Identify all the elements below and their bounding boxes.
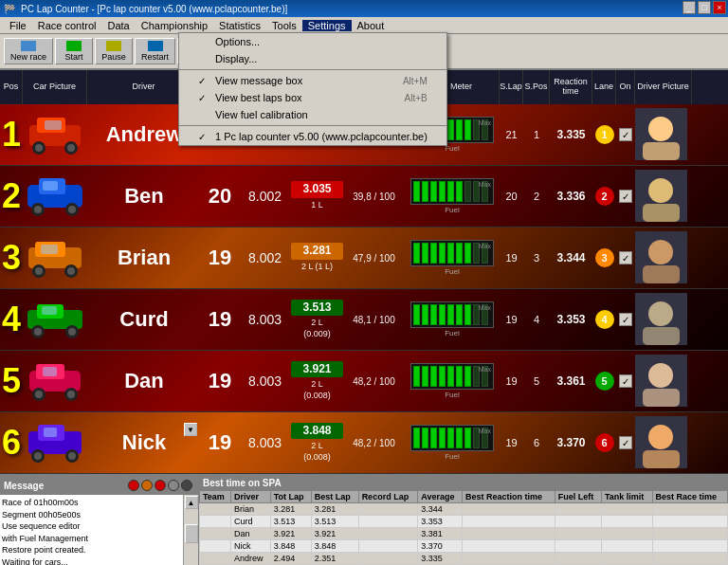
lane-badge: 1 (595, 125, 614, 144)
fuel-used: 3.921 2 L(0.008) (291, 361, 343, 402)
car-picture (23, 230, 87, 285)
fuel-seg (413, 181, 420, 202)
minimize-button[interactable]: _ (682, 1, 696, 14)
fuel-seg (464, 119, 471, 140)
menu-recent-1[interactable]: ✓ 1 Pc lap counter v5.00 (www.pclapcount… (179, 128, 446, 145)
on-checkbox[interactable]: ✓ (619, 128, 632, 141)
fuel-seg (447, 428, 454, 448)
menu-tools[interactable]: Tools (266, 20, 302, 31)
restart-button[interactable]: Restart (135, 38, 175, 64)
svg-rect-17 (43, 181, 58, 191)
laps-count: 19 (201, 246, 239, 270)
best-time-header: Record Lap (358, 491, 418, 503)
s-lap: 19 (500, 314, 523, 325)
fuel-label: Fuel (445, 206, 460, 214)
best-time-cell (602, 540, 653, 553)
reaction-time: 3.370 (550, 436, 592, 449)
best-lap-time: 8.002 (239, 189, 291, 204)
s-lap: 20 (500, 191, 523, 202)
best-time-cell (358, 516, 418, 528)
car-picture (23, 292, 87, 347)
laps-count: 19 (201, 307, 239, 332)
message-scrollbar[interactable]: ▲ ▼ (183, 495, 198, 565)
best-time-row: Curd3.5133.5133.353 (200, 516, 728, 528)
fuel-left: 47,9 / 100 (343, 253, 405, 264)
best-time-cell (602, 553, 653, 565)
menu-view-fuel-cal[interactable]: View fuel calibration (179, 106, 446, 123)
svg-point-14 (34, 206, 42, 213)
menu-options[interactable]: Options... (179, 33, 446, 50)
on-checkbox[interactable]: ✓ (619, 251, 632, 264)
laps-count: 20 (201, 184, 239, 209)
fuel-seg (447, 243, 454, 264)
menu-championship[interactable]: Championship (136, 20, 213, 31)
svg-rect-6 (45, 120, 62, 130)
svg-point-65 (653, 428, 668, 446)
menu-data[interactable]: Data (102, 20, 136, 31)
fuel-meter: Max Fuel (405, 238, 500, 278)
best-time-cell (652, 516, 727, 528)
menu-file[interactable]: File (4, 20, 32, 31)
maximize-button[interactable]: □ (698, 1, 711, 14)
on-checkbox[interactable]: ✓ (619, 190, 632, 203)
fuel-seg (413, 304, 420, 325)
fuel-seg (447, 181, 454, 202)
fuel-seg (456, 181, 463, 202)
close-button[interactable]: × (713, 1, 726, 14)
message-box: Message Race of 01h00m00sSegment 00h05e0… (0, 476, 199, 565)
svg-rect-50 (43, 367, 57, 376)
svg-rect-39 (42, 306, 57, 315)
svg-point-5 (67, 144, 75, 152)
best-time-cell (602, 503, 653, 516)
menu-about[interactable]: About (352, 20, 391, 31)
fuel-used: 3.281 2 L (1 L) (291, 243, 343, 272)
scroll-thumb[interactable] (185, 524, 198, 543)
menu-view-message-box[interactable]: ✓ View message box Alt+M (179, 72, 446, 89)
fuel-meter: Max Fuel (405, 176, 500, 216)
svg-point-21 (653, 182, 668, 199)
svg-rect-28 (41, 245, 58, 254)
fuel-bar: Max (410, 240, 494, 266)
new-race-button[interactable]: New race (4, 38, 53, 64)
menu-race-control[interactable]: Race control (32, 20, 102, 31)
best-time-cell (652, 553, 727, 565)
best-time-title: Best time on SPA (199, 476, 728, 490)
pause-button[interactable]: Pause (95, 38, 133, 64)
menu-statistics[interactable]: Statistics (213, 20, 266, 31)
menu-display[interactable]: Display... (179, 50, 446, 67)
best-time-cell: 2.494 (270, 553, 311, 565)
on-checkbox[interactable]: ✓ (619, 436, 632, 449)
best-time-cell (652, 540, 727, 553)
svg-point-43 (653, 305, 668, 322)
header-spos: S.Pos (523, 70, 550, 104)
fuel-label: Fuel (445, 329, 460, 337)
best-time-cell: 3.370 (418, 540, 463, 553)
title-bar: 🏁 PC Lap Counter - [Pc lap counter v5.00… (0, 0, 728, 17)
position-number: 5 (0, 361, 23, 401)
on-checkbox[interactable]: ✓ (619, 313, 632, 326)
best-time-header: Team (200, 491, 231, 503)
message-line: Restore point created. (2, 544, 181, 556)
svg-point-54 (653, 367, 668, 384)
svg-rect-20 (643, 204, 680, 222)
on-checkbox[interactable]: ✓ (619, 374, 632, 388)
best-time-cell (200, 528, 231, 540)
fuel-label: Fuel (445, 452, 460, 461)
menu-view-best-laps[interactable]: ✓ View best laps box Alt+B (179, 89, 446, 106)
best-time-cell: Nick (231, 540, 271, 553)
svg-point-16 (68, 206, 76, 213)
start-button[interactable]: Start (55, 38, 93, 64)
fuel-seg (422, 243, 428, 264)
car-picture (23, 415, 87, 470)
menu-settings[interactable]: Settings (302, 20, 352, 31)
svg-point-47 (35, 391, 43, 398)
fuel-seg (456, 428, 463, 448)
position-number: 6 (0, 423, 23, 463)
settings-dropdown: Options... Display... ✓ View message box… (178, 32, 447, 146)
lane-badge: 4 (595, 310, 614, 329)
header-driver-pic: Driver Picture (635, 70, 692, 104)
best-time-header: Tot Lap (270, 491, 311, 503)
fuel-seg (456, 366, 463, 387)
driver-picture (635, 355, 687, 409)
svg-rect-64 (643, 450, 680, 468)
